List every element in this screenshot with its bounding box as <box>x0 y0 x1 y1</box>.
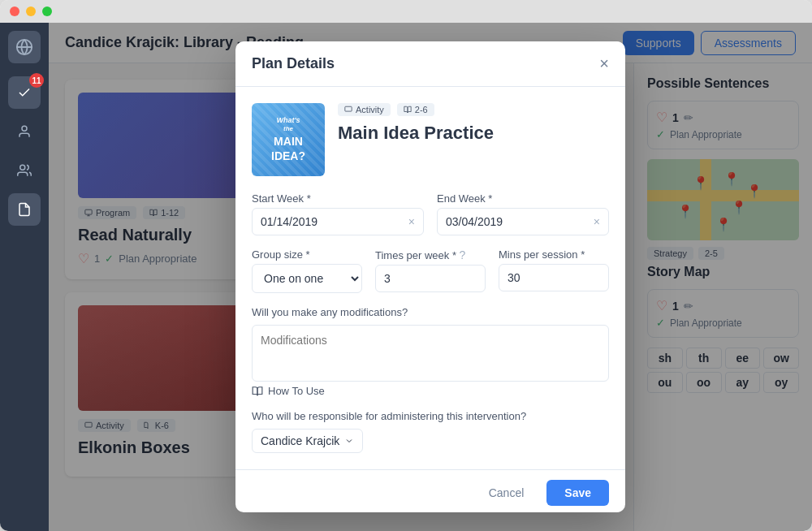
times-input[interactable] <box>375 265 486 292</box>
plan-details-modal: Plan Details × What's the <box>235 41 625 512</box>
modal-title: Plan Details <box>252 55 335 72</box>
plan-name: Main Idea Practice <box>338 123 609 144</box>
plan-header: What's the MAIN IDEA? <box>252 103 609 176</box>
modifications-label: Will you make any modifications? <box>252 306 609 318</box>
minimize-dot[interactable] <box>26 6 36 16</box>
app-window: 11 Candice Kraj <box>0 0 812 531</box>
modifications-textarea[interactable] <box>252 325 609 382</box>
help-icon[interactable]: ? <box>460 248 466 261</box>
main-content: Candice Krajcik: Library - Reading Suppo… <box>49 23 812 531</box>
mins-label: Mins per session * <box>499 248 609 261</box>
modal-footer: Cancel Save <box>235 469 625 512</box>
responsible-label: Who will be responsible for administerin… <box>252 410 609 422</box>
start-week-clear[interactable]: × <box>408 215 415 228</box>
app-layout: 11 Candice Kraj <box>0 23 812 531</box>
start-week-group: Start Week * 01/14/2019 × <box>252 192 424 235</box>
sidebar-item-document[interactable] <box>8 193 41 226</box>
group-size-label: Group size * <box>252 248 362 261</box>
mins-group: Mins per session * <box>499 248 609 293</box>
save-button[interactable]: Save <box>546 480 609 506</box>
sidebar-item-person[interactable] <box>8 115 41 148</box>
modal-overlay: Plan Details × What's the <box>49 23 812 531</box>
group-size-group: Group size * One on one Small group Whol… <box>252 248 362 293</box>
sidebar-item-notifications[interactable]: 11 <box>8 76 41 109</box>
plan-info: Activity 2-6 Main Idea Practice <box>338 103 609 144</box>
modifications-section: Will you make any modifications? <box>252 306 609 385</box>
modal-header: Plan Details × <box>235 41 625 87</box>
end-week-group: End Week * 03/04/2019 × <box>437 192 609 235</box>
start-week-label: Start Week * <box>252 192 424 205</box>
book-cover: What's the MAIN IDEA? <box>252 103 325 176</box>
modal-close-button[interactable]: × <box>599 54 609 73</box>
notification-badge: 11 <box>29 73 44 88</box>
sidebar-logo <box>8 31 41 63</box>
svg-rect-7 <box>345 106 352 111</box>
responsible-select[interactable]: Candice Krajcik <box>252 429 363 453</box>
activity-tag: Activity <box>338 103 391 116</box>
cancel-button[interactable]: Cancel <box>474 480 539 506</box>
sidebar-item-people[interactable] <box>8 154 41 187</box>
end-week-label: End Week * <box>437 192 609 205</box>
how-to-use-link[interactable]: How To Use <box>252 385 609 397</box>
svg-point-1 <box>22 126 27 131</box>
end-week-input[interactable]: 03/04/2019 × <box>437 208 609 235</box>
plan-tags: Activity 2-6 <box>338 103 609 116</box>
svg-point-2 <box>20 165 25 170</box>
sidebar: 11 <box>0 23 49 531</box>
mins-input[interactable] <box>499 264 609 291</box>
level-tag: 2-6 <box>397 103 434 116</box>
maximize-dot[interactable] <box>42 6 52 16</box>
times-label: Times per week * ? <box>375 248 486 261</box>
start-week-input[interactable]: 01/14/2019 × <box>252 208 424 235</box>
close-dot[interactable] <box>10 6 19 16</box>
details-row: Group size * One on one Small group Whol… <box>252 248 609 293</box>
group-size-select[interactable]: One on one Small group Whole class <box>252 264 362 293</box>
times-group: Times per week * ? <box>375 248 486 293</box>
responsible-section: Who will be responsible for administerin… <box>252 410 609 453</box>
week-row: Start Week * 01/14/2019 × End Week * 03/… <box>252 192 609 235</box>
modal-body: What's the MAIN IDEA? <box>235 87 625 469</box>
end-week-clear[interactable]: × <box>594 215 600 228</box>
titlebar <box>0 0 812 23</box>
